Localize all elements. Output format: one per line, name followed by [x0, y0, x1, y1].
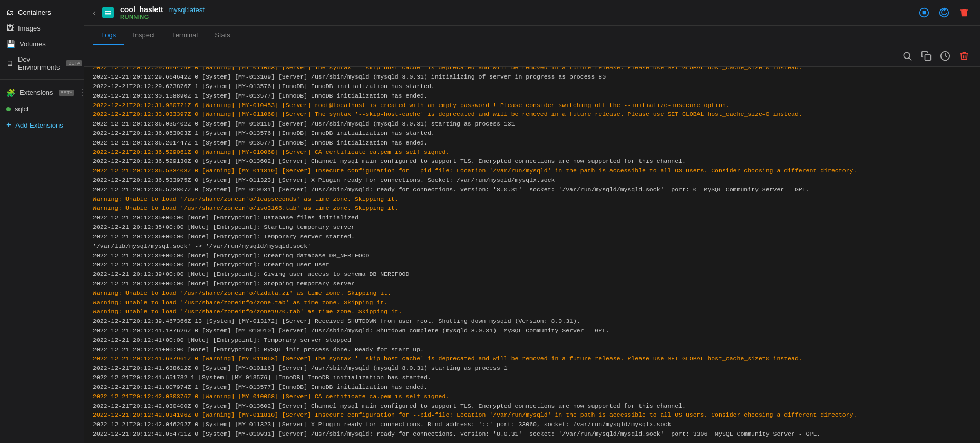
log-line: 2022-12-21T20:12:36.201447Z 1 [System] [… [93, 138, 972, 148]
log-line: 2022-12-21T20:12:29.673876Z 1 [System] [… [93, 82, 972, 91]
log-line: 2022-12-21T20:12:41.638612Z 0 [System] [… [93, 363, 972, 373]
log-line: 2022-12-21T20:12:29.664642Z 0 [System] [… [93, 72, 972, 82]
sidebar-label-images: Images [18, 24, 41, 32]
mysql-icon [104, 9, 112, 16]
sidebar-label-extensions: Extensions [20, 89, 53, 97]
log-line: 2022-12-21T20:12:42.046292Z 0 [System] [… [93, 420, 972, 429]
extensions-menu-icon[interactable]: ⋮ [79, 88, 87, 98]
container-header: ‹ cool_haslett mysql:latest RUNNING [84, 0, 980, 26]
log-line: Warning: Unable to load '/usr/share/zone… [93, 298, 972, 307]
trash-icon [959, 51, 969, 61]
extensions-icon: 🧩 [6, 89, 15, 97]
logs-toolbar [84, 45, 980, 67]
sidebar-item-containers[interactable]: 🗂 Containers [0, 4, 84, 20]
log-line: 2022-12-21T20:12:41.651732 1 [System] [M… [93, 373, 972, 382]
sidebar-item-volumes[interactable]: 💾 Volumes [0, 36, 84, 52]
back-button[interactable]: ‹ [93, 7, 96, 18]
restart-icon [939, 7, 949, 18]
sidebar-label-add-extensions: Add Extensions [15, 121, 63, 129]
sidebar-label-containers: Containers [18, 8, 51, 16]
log-line: 2022-12-21T20:12:42.034196Z 0 [Warning] … [93, 410, 972, 420]
stop-button[interactable] [917, 5, 932, 20]
log-line: 2022-12-21T20:12:36.529130Z 0 [System] [… [93, 157, 972, 166]
container-name: cool_haslett [120, 5, 163, 14]
log-line: 2022-12-21 20:12:39+00:00 [Note] [Entryp… [93, 260, 972, 269]
log-line: 2022-12-21 20:12:39+00:00 [Note] [Entryp… [93, 251, 972, 261]
log-line: 2022-12-21 20:12:36+00:00 [Note] [Entryp… [93, 232, 972, 242]
copy-logs-button[interactable] [919, 49, 934, 63]
log-line: 2022-12-21 20:12:39+00:00 [Note] [Entryp… [93, 279, 972, 288]
log-line: '/var/lib/mysql/mysql.sock' -> '/var/run… [93, 242, 972, 251]
log-line: Warning: Unable to load '/usr/share/zone… [93, 195, 972, 204]
log-line: 2022-12-21T20:12:31.980721Z 6 [Warning] … [93, 101, 972, 110]
containers-icon: 🗂 [6, 8, 14, 16]
log-line: 2022-12-21 20:12:39+00:00 [Note] [Entryp… [93, 269, 972, 279]
delete-header-button[interactable] [957, 5, 972, 20]
clear-logs-button[interactable] [957, 49, 972, 63]
sidebar-item-dev-environments[interactable]: 🖥 Dev Environments BETA [0, 52, 84, 75]
log-line: 2022-12-21T20:12:36.533975Z 0 [System] [… [93, 176, 972, 185]
log-line: 2022-12-21 20:12:35+00:00 [Note] [Entryp… [93, 223, 972, 232]
svg-rect-10 [925, 55, 931, 61]
log-line: 2022-12-21T20:12:42.030400Z 0 [System] [… [93, 401, 972, 411]
clock-icon [940, 51, 950, 61]
log-line: 2022-12-21 20:12:35+00:00 [Note] [Entryp… [93, 213, 972, 223]
volumes-icon: 💾 [6, 40, 15, 48]
svg-line-9 [909, 58, 912, 61]
log-line: 2022-12-21T20:12:41.637961Z 0 [Warning] … [93, 354, 972, 363]
log-line: Warning: Unable to load '/usr/share/zone… [93, 307, 972, 316]
svg-rect-5 [960, 9, 968, 11]
logs-area[interactable]: 2022-12-21 20:12:29+00:00 [Note] [Entryp… [84, 67, 980, 443]
sidebar-item-sqlcl[interactable]: sqlcl [0, 101, 84, 117]
log-line: 2022-12-21T20:12:36.035402Z 0 [System] [… [93, 119, 972, 129]
log-line: 2022-12-21T20:12:36.053003Z 1 [System] [… [93, 129, 972, 138]
log-line: 2022-12-21T20:12:42.054711Z 0 [System] [… [93, 429, 972, 439]
stop-icon [919, 7, 929, 18]
sqlcl-status-dot [6, 107, 11, 111]
main-content: ‹ cool_haslett mysql:latest RUNNING Logs [84, 0, 980, 443]
extensions-beta-badge: BETA [59, 90, 75, 96]
copy-icon [921, 51, 932, 61]
tab-stats[interactable]: Stats [206, 26, 239, 45]
svg-point-8 [904, 52, 910, 59]
container-status: RUNNING [120, 14, 205, 20]
log-line: Warning: Unable to load '/usr/share/zone… [93, 204, 972, 213]
log-line: 2022-12-21T20:12:33.033397Z 0 [Warning] … [93, 110, 972, 119]
tab-logs[interactable]: Logs [93, 26, 124, 45]
search-logs-button[interactable] [900, 49, 915, 63]
log-line: 2022-12-21T20:12:30.158890Z 1 [System] [… [93, 91, 972, 101]
log-line: 2022-12-21T20:12:39.467366Z 13 [System] … [93, 316, 972, 326]
timestamp-button[interactable] [938, 49, 953, 63]
log-line: 2022-12-21T20:12:36.529061Z 0 [Warning] … [93, 148, 972, 157]
images-icon: 🖼 [6, 24, 14, 32]
sidebar-item-images[interactable]: 🖼 Images [0, 20, 84, 36]
sidebar: 🗂 Containers 🖼 Images 💾 Volumes 🖥 Dev En… [0, 0, 84, 443]
tabs-bar: Logs Inspect Terminal Stats [84, 26, 980, 45]
log-line: 2022-12-21T20:12:41.807974Z 1 [System] [… [93, 382, 972, 392]
search-icon [902, 51, 913, 61]
log-line: 2022-12-21 20:12:41+00:00 [Note] [Entryp… [93, 345, 972, 354]
tab-terminal[interactable]: Terminal [163, 26, 206, 45]
delete-icon [959, 7, 969, 18]
tab-inspect[interactable]: Inspect [124, 26, 163, 45]
container-info: cool_haslett mysql:latest RUNNING [120, 5, 205, 20]
sidebar-item-extensions[interactable]: 🧩 Extensions BETA ⋮ [0, 84, 84, 101]
sidebar-label-dev: Dev Environments [18, 55, 60, 71]
log-line: 2022-12-21T20:12:36.533408Z 0 [Warning] … [93, 166, 972, 176]
log-line: 2022-12-21T20:12:42.030376Z 0 [Warning] … [93, 392, 972, 401]
container-icon [102, 7, 114, 18]
restart-button[interactable] [937, 5, 952, 20]
add-icon: + [6, 120, 11, 130]
log-line: 2022-12-21T20:12:29.664479E 0 [Warning] … [93, 67, 972, 72]
header-actions [917, 5, 972, 20]
log-line: 2022-12-21T20:12:41.187626Z 0 [System] [… [93, 326, 972, 335]
log-line: Warning: Unable to load '/usr/share/zone… [93, 288, 972, 298]
log-line: 2022-12-21 20:12:41+00:00 [Note] [Entryp… [93, 335, 972, 345]
log-line: 2022-12-21T20:12:36.573807Z 0 [System] [… [93, 185, 972, 195]
sidebar-item-add-extensions[interactable]: + Add Extensions [0, 117, 84, 133]
container-tag: mysql:latest [168, 6, 205, 14]
svg-rect-1 [105, 12, 110, 13]
svg-rect-3 [923, 11, 926, 15]
sidebar-label-volumes: Volumes [20, 40, 46, 48]
sidebar-label-sqlcl: sqlcl [15, 105, 28, 113]
